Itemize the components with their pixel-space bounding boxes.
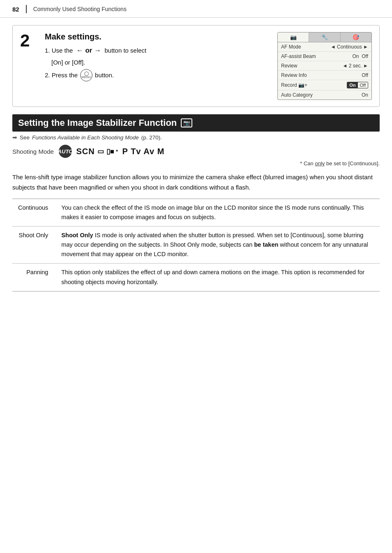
camera-tab-photo: 📷: [278, 32, 309, 42]
table-cell-label-panning: Panning: [12, 264, 55, 291]
camera-row-af-mode: AF Mode ◄ Continuous ►: [278, 42, 371, 52]
camera-row-auto-category: Auto Category On: [278, 90, 371, 99]
off-cell: Off: [358, 82, 368, 88]
section-heading-bar: Setting the Image Stabilizer Function 📷: [12, 114, 380, 132]
mode-icon-night: ▯■: [106, 147, 114, 156]
menu-label: MENU: [81, 76, 91, 79]
see-ref-link: Functions Available in Each Shooting Mod…: [32, 134, 139, 141]
table-cell-desc-shootonly: Shoot Only IS mode is only activated whe…: [55, 226, 380, 264]
see-ref-arrow-icon: ➡: [12, 134, 17, 141]
table-cell-label-continuous: Continuous: [12, 199, 55, 226]
camera-row-af-beam: AF-assist Beam On Off: [278, 52, 371, 61]
mode-text-p: P Tv Av M: [120, 147, 164, 156]
table-row: Panning This option only stabilizes the …: [12, 264, 380, 291]
step-box: 2 Make settings. 1. Use the ← or → butto…: [12, 25, 380, 107]
body-text-content: The lens-shift type image stabilizer fun…: [12, 174, 373, 191]
shooting-mode-icons: AUTO SCN ▭ ▯■ * P Tv Av M: [59, 145, 164, 158]
step-content: Make settings. 1. Use the ← or → button …: [45, 32, 267, 83]
page-divider: [26, 5, 27, 13]
review-info-value: Off: [362, 72, 368, 78]
instruction-2: 2. Press the ◯ MENU button.: [45, 69, 267, 81]
underline-only: only: [315, 160, 325, 167]
page-top: 82 Commonly Used Shooting Functions: [0, 0, 392, 18]
instruction2-suffix: button.: [95, 70, 114, 80]
menu-button-icon: ◯ MENU: [80, 69, 92, 81]
auto-category-label: Auto Category: [281, 92, 313, 98]
is-table: Continuous You can check the effect of t…: [12, 199, 380, 292]
af-beam-label: AF-assist Beam: [281, 53, 316, 59]
instruction-1: 1. Use the ← or → button to select: [45, 45, 267, 56]
see-ref-page: (p. 270).: [141, 134, 162, 141]
see-ref-text: See: [20, 134, 30, 141]
af-mode-label: AF Mode: [281, 44, 301, 50]
arrow-icons: ← or →: [76, 46, 101, 54]
camera-tab-target: 🎯: [341, 32, 371, 42]
camera-tabs: 📷 🔧 🎯: [278, 32, 371, 42]
section-heading-text: Setting the Image Stabilizer Function: [18, 118, 177, 128]
shooting-mode-label: Shooting Mode: [12, 148, 54, 155]
review-info-label: Review Info: [281, 72, 307, 78]
camera-row-record: Record 📷+ On Off: [278, 80, 371, 90]
record-value: On Off: [347, 82, 368, 88]
shooting-mode-bar: Shooting Mode AUTO SCN ▭ ▯■ * P Tv Av M: [12, 145, 380, 158]
af-beam-value: On Off: [353, 53, 368, 59]
table-cell-label-shootonly: Shoot Only: [12, 226, 55, 264]
mode-icon-portrait: ▭: [97, 147, 104, 156]
body-text: The lens-shift type image stabilizer fun…: [12, 172, 380, 193]
heading-camera-icon: 📷: [181, 118, 192, 127]
mode-asterisk: *: [116, 148, 118, 155]
see-ref-line: ➡ See Functions Available in Each Shooti…: [12, 134, 380, 141]
table-row: Continuous You can check the effect of t…: [12, 199, 380, 226]
camera-tab-settings: 🔧: [309, 32, 340, 42]
shoot-only-bold: Shoot Only: [61, 232, 93, 238]
shoot-only-bold2: be taken: [254, 241, 278, 248]
camera-panel: 📷 🔧 🎯 AF Mode ◄ Continuous ► AF-assist B…: [277, 32, 372, 100]
instruction1-suffix: button to select: [105, 47, 147, 54]
auto-badge: AUTO: [59, 145, 72, 158]
asterisk-note: * Can only be set to [Continuous].: [12, 160, 380, 167]
step-instructions: 1. Use the ← or → button to select [On] …: [45, 45, 267, 81]
on-cell: On: [347, 82, 357, 88]
page-number: 82: [12, 6, 19, 13]
camera-row-review-info: Review Info Off: [278, 71, 371, 80]
table-cell-desc-panning: This option only stabilizes the effect o…: [55, 264, 380, 291]
table-row: Shoot Only Shoot Only IS mode is only ac…: [12, 226, 380, 264]
auto-category-value: On: [362, 92, 368, 98]
step-number: 2: [20, 32, 35, 49]
review-value: ◄ 2 sec. ►: [343, 63, 368, 69]
review-label: Review: [281, 63, 297, 69]
instruction-1-line2: [On] or [Off].: [45, 58, 267, 67]
table-cell-desc-continuous: You can check the effect of the IS mode …: [55, 199, 380, 226]
page-top-title: Commonly Used Shooting Functions: [33, 6, 127, 12]
record-label: Record 📷+: [281, 82, 307, 88]
on-off-toggle: On Off: [347, 82, 368, 88]
instruction2-prefix: 2. Press the: [45, 70, 78, 80]
instruction1-prefix: 1. Use the: [45, 47, 73, 54]
mode-text-scn: SCN: [74, 147, 95, 156]
camera-row-review: Review ◄ 2 sec. ►: [278, 61, 371, 71]
step-title: Make settings.: [45, 32, 267, 42]
af-mode-value: ◄ Continuous ►: [331, 44, 368, 50]
